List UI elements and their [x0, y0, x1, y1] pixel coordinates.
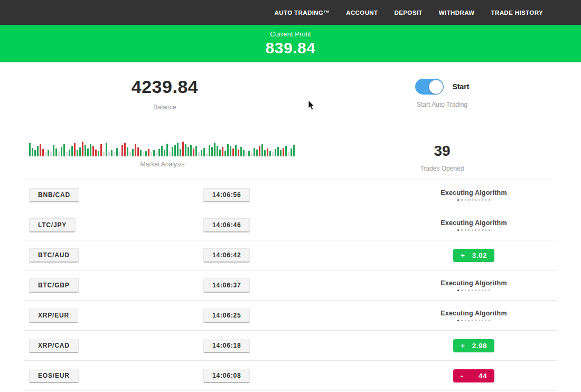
- progress-dots: [457, 320, 490, 322]
- chart-bar: [74, 143, 76, 156]
- progress-dot: [475, 199, 476, 201]
- progress-dot: [482, 199, 483, 201]
- progress-dot: [468, 229, 470, 231]
- result-badge: + 3.02: [453, 249, 494, 262]
- chart-bar: [172, 147, 173, 156]
- progress-dot: [479, 199, 480, 201]
- progress-dot: [489, 229, 490, 231]
- chart-bar: [164, 150, 165, 156]
- chart-bar: [151, 152, 152, 156]
- pair-chip[interactable]: EOS/EUR: [29, 369, 79, 383]
- pair-chip[interactable]: BNB/CAD: [29, 188, 79, 202]
- chart-bar: [166, 144, 168, 156]
- chart-bar: [211, 147, 213, 156]
- chart-bar: [238, 150, 239, 156]
- trade-row: BTC/GBP 14:06:37 Executing Algorithm: [24, 270, 557, 301]
- chart-bar: [158, 149, 160, 156]
- chart-bar: [254, 148, 255, 156]
- trade-time-chip[interactable]: 14:06:37: [203, 278, 250, 293]
- trade-time-chip[interactable]: 14:06:46: [203, 218, 250, 232]
- nav-account[interactable]: ACCOUNT: [346, 10, 378, 16]
- nav-trade-history[interactable]: TRADE HISTORY: [491, 10, 543, 16]
- pair-chip[interactable]: XRP/CAD: [29, 339, 79, 353]
- result-sign: -: [461, 372, 463, 380]
- result-value: 44: [479, 372, 487, 380]
- progress-dot: [482, 229, 483, 231]
- progress-dot: [465, 199, 466, 201]
- chart-bar: [116, 148, 118, 156]
- balance-section: 4239.84 Balance Start Start Auto Trading: [24, 62, 557, 125]
- chart-bar: [174, 145, 176, 156]
- pair-chip[interactable]: XRP/EUR: [29, 309, 78, 323]
- chart-bar: [264, 150, 266, 156]
- pair-chip[interactable]: BTC/GBP: [29, 278, 79, 293]
- nav-withdraw[interactable]: WITHDRAW: [439, 10, 475, 16]
- chart-bar: [161, 146, 163, 156]
- chart-bar: [143, 152, 144, 156]
- trade-time-chip[interactable]: 14:06:56: [203, 188, 250, 202]
- market-analysis-label: Market Analysis: [29, 161, 296, 168]
- chart-bar: [61, 147, 62, 156]
- auto-trading-toggle[interactable]: [415, 79, 444, 95]
- chart-bar: [214, 143, 215, 156]
- progress-dot: [461, 199, 463, 201]
- pair-chip[interactable]: LTC/JPY: [29, 218, 76, 232]
- balance-label: Balance: [153, 104, 176, 111]
- progress-dot: [468, 320, 470, 321]
- chart-bar: [90, 144, 91, 156]
- trade-row: EOS/EUR 14:06:08 - 44: [24, 361, 557, 391]
- top-nav: AUTO TRADING™ ACCOUNT DEPOSIT WITHDRAW T…: [0, 0, 581, 25]
- chart-bar: [129, 152, 131, 156]
- chart-bar: [58, 152, 60, 156]
- progress-dot: [485, 290, 487, 291]
- progress-dot: [479, 229, 480, 231]
- trade-time-chip[interactable]: 14:06:08: [203, 369, 250, 383]
- result-value: 3.02: [472, 251, 487, 259]
- executing-status: Executing Algorithm: [441, 279, 507, 292]
- chart-bar: [153, 150, 155, 156]
- trade-row: XRP/EUR 14:06:25 Executing Algorithm: [24, 301, 557, 331]
- trade-time-chip[interactable]: 14:06:18: [203, 339, 250, 353]
- chart-bar: [232, 148, 234, 156]
- chart-bar: [180, 149, 181, 156]
- chart-bar: [127, 147, 128, 156]
- chart-bar: [193, 148, 194, 156]
- chart-bar: [145, 151, 147, 156]
- progress-dot: [461, 290, 463, 291]
- executing-label: Executing Algorithm: [441, 310, 507, 317]
- chart-bar: [275, 149, 276, 156]
- current-profit-banner: Current Profit 839.84: [0, 25, 581, 62]
- progress-dot: [465, 229, 466, 231]
- progress-dot: [479, 290, 480, 291]
- chart-bar: [290, 148, 292, 156]
- trade-time-chip[interactable]: 14:06:25: [203, 309, 250, 323]
- chart-bar: [69, 150, 70, 156]
- result-badge: - 44: [453, 369, 494, 382]
- chart-bar: [269, 151, 271, 156]
- trades-opened-value: 39: [434, 143, 450, 160]
- chart-bar: [95, 150, 97, 156]
- auto-trading-app: AUTO TRADING™ ACCOUNT DEPOSIT WITHDRAW T…: [0, 0, 581, 392]
- trade-time-chip[interactable]: 14:06:42: [203, 248, 250, 263]
- executing-label: Executing Algorithm: [441, 219, 507, 227]
- chart-bar: [235, 145, 237, 156]
- pair-chip[interactable]: BTC/AUD: [29, 248, 79, 263]
- progress-dot: [482, 290, 483, 291]
- trade-row: LTC/JPY 14:06:46 Executing Algorithm: [24, 210, 557, 240]
- trades-opened-label: Trades Opened: [420, 165, 464, 172]
- chart-bar: [190, 145, 192, 156]
- nav-deposit[interactable]: DEPOSIT: [395, 10, 423, 16]
- chart-bar: [50, 152, 52, 156]
- toggle-knob-icon: [429, 80, 443, 94]
- progress-dots: [457, 290, 490, 292]
- chart-bar: [227, 144, 229, 156]
- chart-bar: [82, 142, 83, 156]
- executing-status: Executing Algorithm: [441, 310, 507, 322]
- executing-label: Executing Algorithm: [441, 189, 507, 197]
- chart-bar: [188, 147, 189, 156]
- result-sign: +: [461, 251, 465, 259]
- chart-bar: [106, 143, 107, 156]
- chart-bar: [240, 147, 242, 156]
- nav-auto-trading[interactable]: AUTO TRADING™: [275, 10, 330, 16]
- chart-bar: [209, 145, 210, 156]
